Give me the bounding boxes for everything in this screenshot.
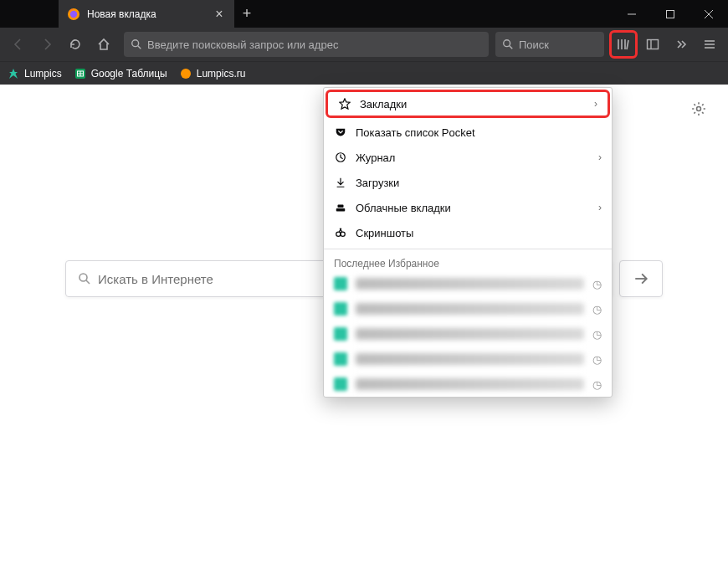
recent-item[interactable]: ◷ [324, 296, 612, 321]
menu-item-label: Закладки [360, 98, 586, 110]
overflow-button[interactable] [668, 31, 695, 58]
active-tab[interactable]: Новая вкладка × [59, 0, 234, 28]
reload-button[interactable] [62, 31, 89, 58]
pocket-icon [334, 126, 347, 138]
url-placeholder: Введите поисковый запрос или адрес [147, 38, 338, 51]
recent-header: Последнее Избранное [324, 253, 612, 271]
svg-line-23 [86, 280, 90, 284]
bookmark-label: Lumpics [24, 68, 62, 80]
close-window-button[interactable] [690, 0, 728, 28]
chevron-right-icon: › [598, 202, 602, 213]
history-icon: ◷ [592, 278, 602, 290]
menu-item-history[interactable]: Журнал › [324, 145, 612, 170]
menu-item-screenshots[interactable]: Скриншоты [324, 220, 612, 245]
site-icon [179, 67, 192, 80]
recent-item[interactable]: ◷ [324, 271, 612, 296]
maximize-button[interactable] [651, 0, 690, 28]
library-menu: Закладки › Показать список Pocket Журнал… [323, 87, 613, 398]
menu-item-downloads[interactable]: Загрузки [324, 170, 612, 195]
minimize-button[interactable] [613, 0, 651, 28]
site-icon [7, 67, 20, 80]
svg-point-6 [132, 40, 139, 47]
svg-line-7 [138, 46, 141, 49]
menu-item-bookmarks[interactable]: Закладки › [328, 92, 608, 115]
chevron-right-icon: › [598, 151, 602, 163]
svg-point-29 [341, 232, 345, 236]
tab-title: Новая вкладка [87, 8, 206, 20]
search-bar[interactable]: Поиск [495, 32, 604, 57]
menu-item-pocket[interactable]: Показать список Pocket [324, 120, 612, 145]
nav-toolbar: Введите поисковый запрос или адрес Поиск [0, 28, 728, 61]
newtab-search-go[interactable] [619, 260, 663, 297]
menu-item-label: Показать список Pocket [356, 126, 602, 139]
highlight-bookmarks-row: Закладки › [326, 90, 610, 118]
history-icon: ◷ [592, 353, 602, 366]
menu-separator [324, 249, 612, 249]
bookmark-label: Lumpics.ru [197, 68, 246, 80]
newtab-search-placeholder: Искать в Интернете [98, 272, 213, 286]
menu-item-label: Облачные вкладки [356, 202, 590, 214]
sheets-icon [74, 67, 87, 80]
favicon [334, 302, 347, 316]
forward-button[interactable] [33, 31, 60, 58]
svg-point-21 [697, 107, 701, 111]
chevron-right-icon: › [594, 98, 597, 110]
recent-item[interactable]: ◷ [324, 346, 612, 372]
search-icon [131, 38, 142, 50]
svg-point-28 [336, 232, 341, 236]
search-icon [502, 38, 514, 50]
menu-item-label: Журнал [356, 151, 590, 164]
library-button[interactable] [612, 33, 635, 56]
history-icon: ◷ [592, 303, 602, 316]
favicon [334, 377, 347, 391]
recent-item-title [356, 328, 584, 340]
svg-rect-26 [336, 208, 346, 212]
settings-gear-icon[interactable] [691, 101, 706, 116]
bookmark-label: Google Таблицы [91, 68, 167, 80]
download-icon [334, 177, 347, 188]
cloud-tabs-icon [334, 202, 347, 213]
recent-item[interactable]: ◷ [324, 321, 612, 346]
svg-point-8 [504, 40, 510, 47]
history-icon: ◷ [592, 378, 602, 391]
favicon [334, 352, 347, 366]
svg-point-1 [70, 10, 77, 17]
menu-item-label: Скриншоты [356, 227, 602, 239]
search-placeholder: Поиск [519, 38, 549, 51]
recent-item-title [356, 278, 584, 290]
svg-point-20 [181, 69, 191, 79]
back-button[interactable] [5, 31, 32, 58]
menu-item-synced-tabs[interactable]: Облачные вкладки › [324, 195, 612, 220]
history-icon: ◷ [592, 328, 602, 341]
tab-close-button[interactable]: × [213, 7, 226, 22]
star-icon [338, 98, 351, 110]
svg-rect-27 [338, 205, 344, 208]
bookmark-item[interactable]: Lumpics [7, 67, 62, 80]
bookmarks-toolbar: Lumpics Google Таблицы Lumpics.ru [0, 61, 728, 85]
sidebar-button[interactable] [639, 31, 666, 58]
history-icon [334, 151, 347, 163]
home-button[interactable] [90, 31, 117, 58]
svg-marker-15 [9, 69, 18, 79]
svg-point-22 [79, 274, 87, 281]
svg-line-9 [510, 46, 513, 49]
search-icon [78, 272, 91, 285]
url-bar[interactable]: Введите поисковый запрос или адрес [124, 32, 489, 57]
titlebar: Новая вкладка × + [0, 0, 728, 28]
bookmark-item[interactable]: Google Таблицы [74, 67, 167, 80]
screenshot-icon [334, 227, 347, 239]
favicon [334, 277, 347, 290]
firefox-icon [67, 8, 80, 21]
svg-rect-3 [667, 10, 674, 18]
highlight-library [609, 30, 638, 59]
new-tab-button[interactable]: + [234, 0, 259, 28]
bookmark-item[interactable]: Lumpics.ru [179, 67, 246, 80]
recent-item-title [356, 353, 584, 365]
svg-rect-10 [648, 40, 659, 49]
window-controls [613, 0, 728, 28]
menu-item-label: Загрузки [356, 177, 602, 189]
recent-item-title [356, 378, 584, 390]
app-menu-button[interactable] [696, 31, 723, 58]
recent-item-title [356, 303, 584, 315]
recent-item[interactable]: ◷ [324, 372, 612, 397]
